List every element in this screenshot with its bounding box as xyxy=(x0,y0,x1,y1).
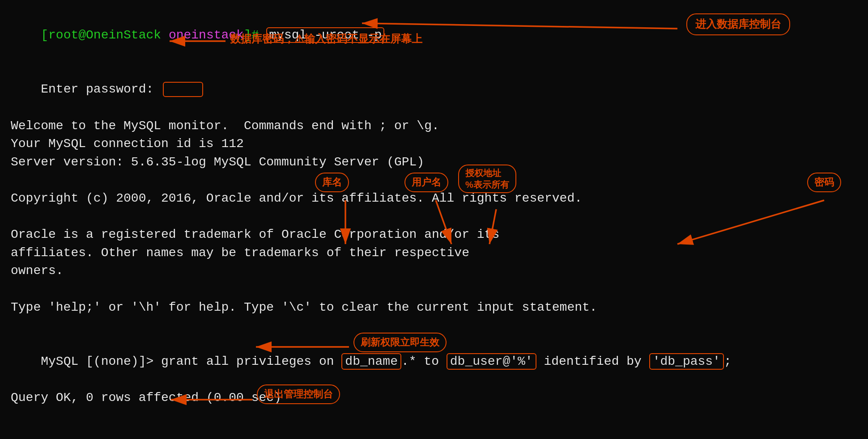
grant-dbuser: db_user@'%' xyxy=(447,353,536,370)
grant-dbname: db_name xyxy=(341,353,401,370)
prompt-bracket-open: [ xyxy=(41,28,48,42)
line-type-help: Type 'help;' or '\h' for help. Type '\c'… xyxy=(11,299,857,317)
line-oracle2: affiliates. Other names may be trademark… xyxy=(11,244,857,262)
annotation-db-name: 库名 xyxy=(315,173,349,192)
line-welcome: Welcome to the MySQL monitor. Commands e… xyxy=(11,117,857,135)
annotation-exit: 退出管理控制台 xyxy=(257,384,340,404)
line-copyright: Copyright (c) 2000, 2016, Oracle and/or … xyxy=(11,190,857,208)
annotation-flush: 刷新权限立即生效 xyxy=(353,333,447,352)
grant-prompt: MySQL [(none)]> xyxy=(41,355,161,368)
annotation-addr: 授权地址%表示所有 xyxy=(458,165,516,193)
annotation-password-note: 数据库密码，⚠输入密码不显示在屏幕上 xyxy=(230,31,422,47)
line-oracle3: owners. xyxy=(11,262,857,280)
line-flush: MySQL [(none)]> flush privileges; xyxy=(11,426,857,439)
grant-mid: .* to xyxy=(401,355,447,368)
annotation-enter-console: 进入数据库控制台 xyxy=(686,13,790,35)
enter-password-label: Enter password: xyxy=(41,82,161,96)
line-connection-id: Your MySQL connection id is 112 xyxy=(11,135,857,153)
line-grant-ok: Query OK, 0 rows affected (0.00 sec) xyxy=(11,389,857,407)
line-blank5 xyxy=(11,407,857,426)
terminal: [root@OneinStack oneinstack]# mysql -uro… xyxy=(11,8,857,439)
grant-pre: grant all privileges on xyxy=(161,355,341,368)
grant-dbpass: 'db_pass' xyxy=(649,353,724,370)
prompt-root: root xyxy=(48,28,78,42)
line-blank2 xyxy=(11,208,857,226)
line-oracle1: Oracle is a registered trademark of Orac… xyxy=(11,226,857,244)
annotation-username: 用户名 xyxy=(404,173,448,192)
password-input-box xyxy=(163,82,203,97)
grant-end: ; xyxy=(724,355,732,368)
grant-mid2: identified by xyxy=(536,355,649,368)
line-blank3 xyxy=(11,280,857,299)
line-enter-password: Enter password: xyxy=(11,63,857,117)
line-blank4 xyxy=(11,317,857,335)
line-server-version: Server version: 5.6.35-log MySQL Communi… xyxy=(11,153,857,172)
prompt-at: @OneinStack xyxy=(78,28,169,42)
annotation-password-label: 密码 xyxy=(807,173,841,192)
